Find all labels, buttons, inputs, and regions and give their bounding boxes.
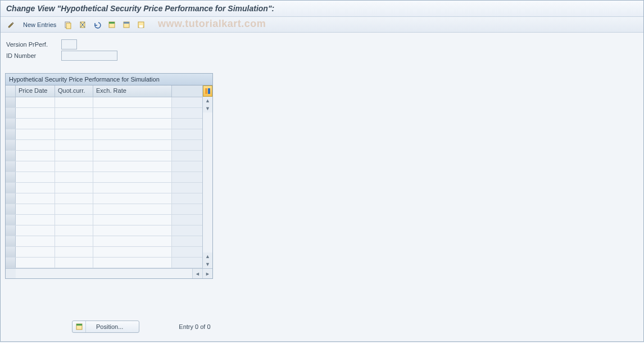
vertical-scrollbar[interactable]: ▲ ▼ ▲ ▼ — [202, 85, 212, 268]
cell-price-date[interactable] — [16, 258, 55, 268]
scroll-right-icon[interactable]: ► — [202, 269, 212, 278]
cell-exch-rate[interactable] — [93, 161, 172, 172]
cell-price-date[interactable] — [16, 172, 55, 182]
cell-quot-curr[interactable] — [55, 183, 93, 193]
cell-price-date[interactable] — [16, 183, 55, 193]
row-selector[interactable] — [6, 97, 16, 107]
cell-exch-rate[interactable] — [93, 193, 172, 204]
cell-quot-curr[interactable] — [55, 97, 93, 107]
cell-quot-curr[interactable] — [55, 140, 93, 150]
cell-price-date[interactable] — [16, 97, 55, 107]
cell-exch-rate[interactable] — [93, 172, 172, 182]
row-selector[interactable] — [6, 108, 16, 118]
cell-quot-curr[interactable] — [55, 247, 93, 257]
row-selector[interactable] — [6, 247, 16, 257]
cell-quot-curr[interactable] — [55, 236, 93, 246]
table-row[interactable] — [6, 119, 202, 129]
table-row[interactable] — [6, 193, 202, 204]
table-row[interactable] — [6, 247, 202, 258]
cell-exch-rate[interactable] — [93, 204, 172, 214]
hscroll-track[interactable] — [16, 269, 192, 278]
delete-icon[interactable] — [76, 19, 89, 30]
cell-price-date[interactable] — [16, 140, 55, 150]
row-selector[interactable] — [6, 183, 16, 193]
cell-exch-rate[interactable] — [93, 151, 172, 161]
cell-price-date[interactable] — [16, 129, 55, 139]
horizontal-scrollbar[interactable]: ◄ ► — [6, 268, 212, 278]
table-row[interactable] — [6, 258, 202, 268]
row-selector[interactable] — [6, 151, 16, 161]
version-input[interactable] — [61, 39, 77, 49]
cell-quot-curr[interactable] — [55, 151, 93, 161]
select-all-icon[interactable] — [106, 19, 118, 30]
row-selector[interactable] — [6, 236, 16, 246]
cell-price-date[interactable] — [16, 108, 55, 118]
table-row[interactable] — [6, 236, 202, 247]
scroll-down-bottom-icon[interactable]: ▼ — [203, 260, 212, 268]
cell-quot-curr[interactable] — [55, 225, 93, 236]
cell-exch-rate[interactable] — [93, 140, 172, 150]
deselect-all-icon[interactable] — [120, 19, 133, 30]
table-row[interactable] — [6, 204, 202, 215]
toggle-edit-icon[interactable] — [5, 19, 17, 30]
position-button[interactable]: Position... — [72, 321, 139, 333]
cell-exch-rate[interactable] — [93, 183, 172, 193]
new-entries-button[interactable]: New Entries — [20, 19, 60, 30]
scroll-up-icon[interactable]: ▲ — [203, 97, 212, 105]
table-config-icon[interactable] — [203, 85, 212, 97]
cell-price-date[interactable] — [16, 204, 55, 214]
row-selector[interactable] — [6, 204, 16, 214]
row-selector[interactable] — [6, 129, 16, 139]
cell-price-date[interactable] — [16, 161, 55, 172]
table-row[interactable] — [6, 140, 202, 151]
cell-exch-rate[interactable] — [93, 225, 172, 236]
cell-quot-curr[interactable] — [55, 215, 93, 225]
row-selector[interactable] — [6, 119, 16, 129]
row-selector[interactable] — [6, 215, 16, 225]
table-row[interactable] — [6, 172, 202, 183]
row-selector[interactable] — [6, 193, 16, 204]
cell-exch-rate[interactable] — [93, 119, 172, 129]
row-selector[interactable] — [6, 140, 16, 150]
table-row[interactable] — [6, 215, 202, 225]
cell-quot-curr[interactable] — [55, 108, 93, 118]
table-row[interactable] — [6, 97, 202, 108]
cell-quot-curr[interactable] — [55, 161, 93, 172]
column-header-quot-curr[interactable]: Quot.curr. — [55, 85, 93, 97]
table-row[interactable] — [6, 183, 202, 193]
id-input[interactable] — [61, 51, 117, 61]
row-selector[interactable] — [6, 161, 16, 172]
cell-price-date[interactable] — [16, 236, 55, 246]
cell-exch-rate[interactable] — [93, 215, 172, 225]
cell-price-date[interactable] — [16, 215, 55, 225]
cell-price-date[interactable] — [16, 225, 55, 236]
table-row[interactable] — [6, 225, 202, 236]
column-header-price-date[interactable]: Price Date — [16, 85, 55, 97]
cell-exch-rate[interactable] — [93, 236, 172, 246]
table-row[interactable] — [6, 151, 202, 161]
cell-quot-curr[interactable] — [55, 129, 93, 139]
cell-price-date[interactable] — [16, 247, 55, 257]
column-header-exch-rate[interactable]: Exch. Rate — [93, 85, 172, 97]
cell-exch-rate[interactable] — [93, 129, 172, 139]
cell-exch-rate[interactable] — [93, 108, 172, 118]
save-variant-icon[interactable] — [135, 19, 147, 30]
cell-quot-curr[interactable] — [55, 193, 93, 204]
cell-price-date[interactable] — [16, 151, 55, 161]
table-row[interactable] — [6, 108, 202, 119]
row-selector[interactable] — [6, 258, 16, 268]
cell-exch-rate[interactable] — [93, 97, 172, 107]
table-row[interactable] — [6, 161, 202, 172]
scroll-up-bottom-icon[interactable]: ▲ — [203, 252, 212, 260]
scroll-track[interactable] — [203, 112, 212, 252]
row-selector[interactable] — [6, 225, 16, 236]
cell-exch-rate[interactable] — [93, 247, 172, 257]
cell-quot-curr[interactable] — [55, 258, 93, 268]
cell-quot-curr[interactable] — [55, 119, 93, 129]
scroll-left-icon[interactable]: ◄ — [192, 269, 202, 278]
cell-price-date[interactable] — [16, 119, 55, 129]
undo-icon[interactable] — [91, 19, 103, 30]
row-selector[interactable] — [6, 172, 16, 182]
cell-price-date[interactable] — [16, 193, 55, 204]
table-row[interactable] — [6, 129, 202, 140]
